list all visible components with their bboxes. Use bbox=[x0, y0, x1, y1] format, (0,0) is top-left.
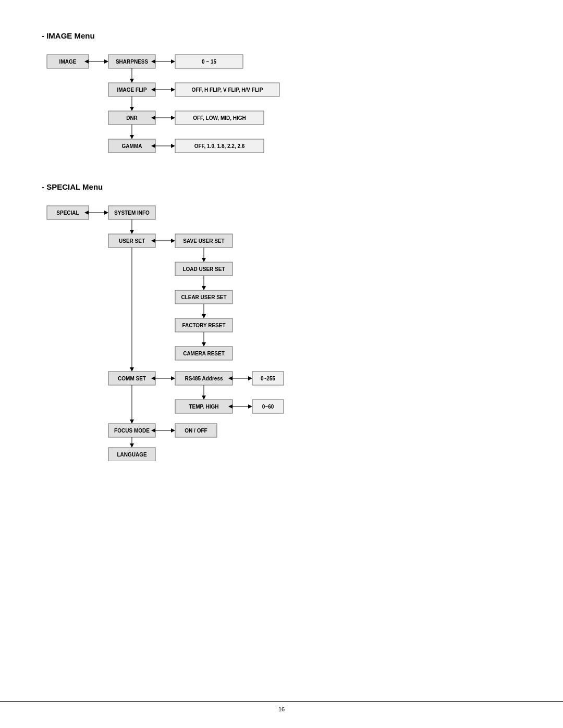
svg-marker-40 bbox=[171, 239, 175, 243]
camera-reset-node: CAMERA RESET bbox=[183, 351, 225, 356]
svg-marker-17 bbox=[130, 107, 134, 111]
svg-marker-3 bbox=[104, 59, 108, 64]
sharpness-value: 0 ~ 15 bbox=[202, 59, 217, 65]
special-menu-section: - SPECIAL Menu SPECIAL SYSTEM INFO USER … bbox=[42, 182, 521, 461]
svg-marker-21 bbox=[171, 116, 175, 120]
image-menu-diagram: IMAGE SHARPNESS 0 ~ 15 IMAGE FLIP bbox=[42, 50, 407, 162]
svg-marker-24 bbox=[130, 135, 134, 139]
factory-reset-node: FACTORY RESET bbox=[182, 323, 225, 328]
svg-marker-66 bbox=[202, 396, 206, 400]
image-flip-node: IMAGE FLIP bbox=[117, 87, 147, 93]
gamma-value: OFF, 1.0, 1.8, 2.2, 2.6 bbox=[194, 143, 245, 149]
svg-marker-28 bbox=[171, 144, 175, 148]
svg-marker-55 bbox=[130, 367, 134, 372]
rs485-address-node: RS485 Address bbox=[185, 376, 223, 381]
image-menu-title: - IMAGE Menu bbox=[42, 31, 521, 40]
user-set-node: USER SET bbox=[119, 238, 145, 244]
svg-marker-77 bbox=[171, 428, 175, 433]
page-number: 16 bbox=[278, 706, 285, 712]
svg-marker-10 bbox=[130, 79, 134, 83]
temp-high-node: TEMP. HIGH bbox=[189, 404, 218, 410]
dnr-value: OFF, LOW, MID, HIGH bbox=[193, 115, 246, 121]
image-menu-section: - IMAGE Menu IMAGE SHARPNESS 0 ~ 15 bbox=[42, 31, 521, 162]
svg-marker-70 bbox=[248, 404, 252, 409]
svg-marker-49 bbox=[202, 314, 206, 318]
special-menu-diagram: SPECIAL SYSTEM INFO USER SET SAVE USER S… bbox=[42, 201, 438, 461]
svg-marker-46 bbox=[202, 286, 206, 290]
svg-marker-14 bbox=[171, 88, 175, 92]
temp-value: 0~60 bbox=[262, 404, 274, 410]
image-node: IMAGE bbox=[59, 59, 77, 65]
svg-marker-36 bbox=[130, 230, 134, 234]
image-flip-value: OFF, H FLIP, V FLIP, H/V FLIP bbox=[192, 87, 263, 93]
page-footer: 16 bbox=[0, 701, 563, 712]
rs485-value: 0~255 bbox=[261, 376, 276, 381]
svg-marker-59 bbox=[171, 376, 175, 380]
dnr-node: DNR bbox=[126, 115, 138, 121]
focus-mode-node: FOCUS MODE bbox=[114, 428, 150, 434]
system-info-node: SYSTEM INFO bbox=[114, 210, 150, 216]
load-user-set-node: LOAD USER SET bbox=[182, 266, 225, 272]
svg-marker-33 bbox=[104, 211, 108, 215]
save-user-set-node: SAVE USER SET bbox=[183, 238, 224, 244]
on-off-node: ON / OFF bbox=[185, 428, 207, 434]
special-node: SPECIAL bbox=[56, 210, 79, 216]
svg-marker-52 bbox=[202, 342, 206, 347]
sharpness-node: SHARPNESS bbox=[116, 59, 149, 65]
comm-set-node: COMM SET bbox=[118, 376, 146, 381]
svg-marker-63 bbox=[248, 376, 252, 380]
svg-marker-43 bbox=[202, 258, 206, 262]
svg-marker-73 bbox=[130, 419, 134, 424]
gamma-node: GAMMA bbox=[122, 143, 142, 149]
svg-marker-7 bbox=[171, 59, 175, 64]
language-node: LANGUAGE bbox=[117, 452, 147, 458]
clear-user-set-node: CLEAR USER SET bbox=[181, 294, 226, 300]
special-menu-title: - SPECIAL Menu bbox=[42, 182, 521, 191]
svg-marker-80 bbox=[130, 443, 134, 448]
